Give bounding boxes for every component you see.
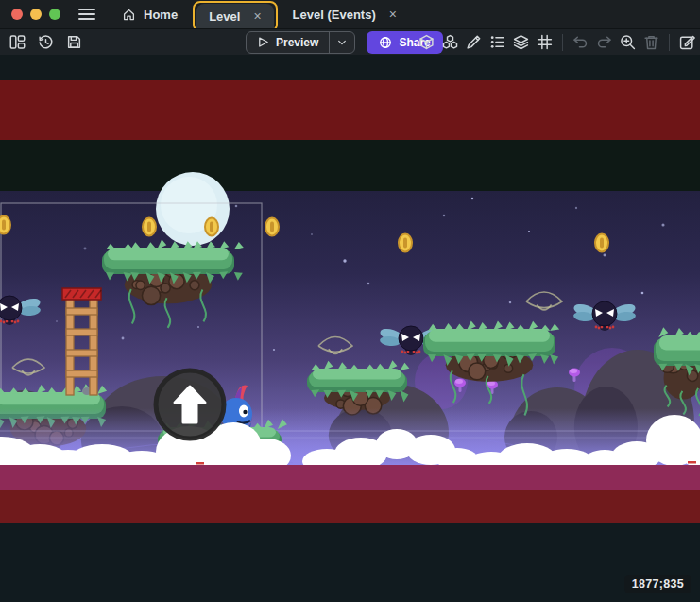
toggle-panels-button[interactable] <box>9 34 26 50</box>
coin-object[interactable] <box>265 218 279 236</box>
coin-object[interactable] <box>595 234 608 252</box>
toolbar: Preview Share <box>0 28 700 55</box>
trash-icon <box>643 34 659 50</box>
lava-band-top <box>0 80 700 140</box>
zoom-window-button[interactable] <box>49 9 60 20</box>
instances-list-button[interactable] <box>489 34 505 50</box>
objects-panel-button[interactable] <box>418 34 435 50</box>
toolbar-divider <box>562 34 563 51</box>
moon-object[interactable] <box>156 172 230 246</box>
close-tab-icon[interactable]: × <box>253 9 261 24</box>
home-icon <box>122 8 136 22</box>
zoom-icon <box>620 34 636 50</box>
coin-object[interactable] <box>399 234 412 252</box>
scene-properties-button[interactable] <box>679 34 695 50</box>
close-tab-icon[interactable]: × <box>389 7 397 22</box>
ground-band-red <box>0 490 700 523</box>
preview-label: Preview <box>276 36 318 49</box>
redo-button[interactable] <box>596 34 612 50</box>
globe-icon <box>379 36 392 49</box>
toggle-panels-icon <box>9 34 26 50</box>
objects-panel-icon <box>418 34 435 50</box>
scene-canvas[interactable] <box>0 55 700 602</box>
version-history-button[interactable] <box>38 34 54 50</box>
tab-level[interactable]: Level × <box>196 4 273 29</box>
grid-icon <box>537 34 553 50</box>
minimize-window-button[interactable] <box>30 9 42 20</box>
zoom-button[interactable] <box>620 34 636 50</box>
red-marker <box>688 461 696 464</box>
preview-options-button[interactable] <box>329 32 354 53</box>
tab-label: Level <box>209 9 240 24</box>
scene-properties-icon <box>679 34 695 50</box>
undo-icon <box>572 34 589 50</box>
titlebar: Home Level × Level (Events) × <box>0 0 700 28</box>
tab-label: Level (Events) <box>293 8 376 22</box>
edit-object-icon <box>466 34 482 50</box>
toolbar-divider <box>669 34 670 51</box>
layers-button[interactable] <box>513 34 529 50</box>
tab-home[interactable]: Home <box>110 2 190 27</box>
undo-button[interactable] <box>572 34 589 50</box>
tab-bar: Home Level × Level (Events) × <box>110 0 409 28</box>
preview-button[interactable]: Preview <box>246 31 355 54</box>
object-groups-button[interactable] <box>442 34 458 50</box>
cursor-coordinates: 1877;835 <box>624 575 691 593</box>
save-button[interactable] <box>66 34 82 50</box>
backdrop-mid <box>0 140 700 191</box>
backdrop-top <box>0 55 700 80</box>
traffic-lights <box>11 9 60 20</box>
main-menu-icon[interactable] <box>77 7 96 22</box>
tab-label: Home <box>144 8 178 22</box>
editor-backdrop <box>0 523 700 602</box>
instances-list-icon <box>489 34 505 50</box>
delete-button[interactable] <box>643 34 659 50</box>
ground-band-magenta <box>0 465 700 490</box>
red-marker <box>196 462 204 465</box>
scene-editor-canvas[interactable]: 1877;835 <box>0 55 700 602</box>
coin-object[interactable] <box>205 218 218 236</box>
tab-level-events[interactable]: Level (Events) × <box>281 2 409 27</box>
save-icon <box>66 34 82 50</box>
object-groups-icon <box>442 34 458 50</box>
close-window-button[interactable] <box>11 9 23 20</box>
redo-icon <box>596 34 612 50</box>
play-icon <box>257 36 269 48</box>
tutorial-highlight-box: Level × <box>193 1 277 32</box>
touch-up-button[interactable] <box>156 370 224 439</box>
edit-object-button[interactable] <box>466 34 482 50</box>
chevron-down-icon <box>337 38 347 47</box>
version-history-icon <box>38 34 54 50</box>
coin-object[interactable] <box>0 216 10 234</box>
coin-object[interactable] <box>143 218 156 236</box>
toggle-grid-button[interactable] <box>537 34 553 50</box>
layers-icon <box>513 34 529 50</box>
